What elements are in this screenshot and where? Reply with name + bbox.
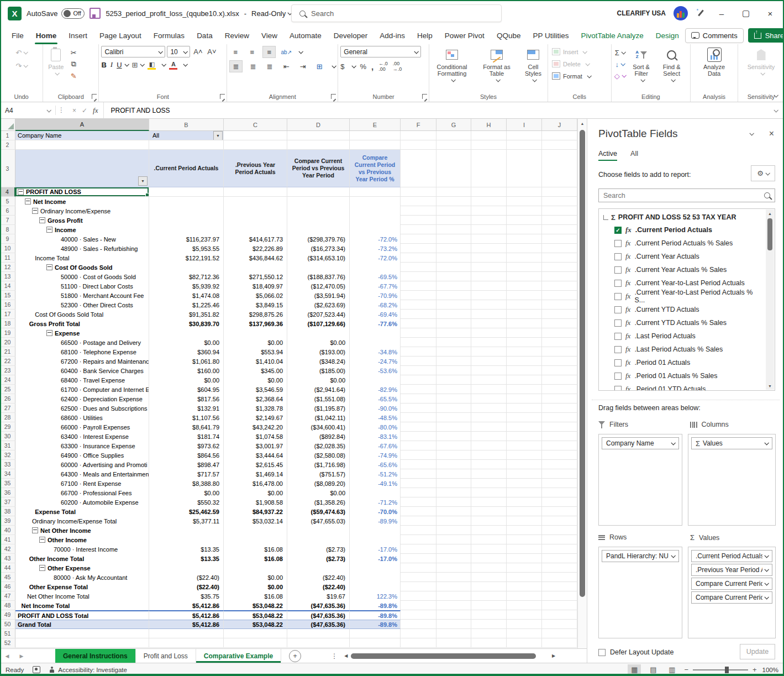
cell[interactable]: $3,546.59 bbox=[224, 385, 287, 394]
cell[interactable] bbox=[542, 244, 577, 253]
cell[interactable] bbox=[401, 460, 436, 469]
cell[interactable] bbox=[542, 366, 577, 375]
collapse-icon[interactable] bbox=[32, 527, 38, 533]
cell[interactable] bbox=[401, 488, 436, 497]
cell[interactable]: $1,107.56 bbox=[149, 413, 224, 422]
cell[interactable] bbox=[287, 225, 350, 234]
cell[interactable]: -48.5% bbox=[350, 413, 401, 422]
cell[interactable] bbox=[507, 131, 542, 140]
cell[interactable]: Net Other Income Total bbox=[15, 591, 149, 601]
cell[interactable] bbox=[436, 263, 471, 272]
cell[interactable] bbox=[507, 206, 542, 216]
cell[interactable]: ($314,653.10) bbox=[287, 253, 350, 263]
field-chip[interactable]: Compare Current Perio... bbox=[691, 578, 772, 590]
field-item[interactable]: fx.Current Year Actuals bbox=[602, 250, 765, 263]
cell[interactable] bbox=[436, 300, 471, 310]
zoom-thumb[interactable] bbox=[725, 667, 729, 673]
cell[interactable] bbox=[436, 544, 471, 554]
cell[interactable]: ($59,474.63) bbox=[287, 507, 350, 516]
cell[interactable]: ($34,600.41) bbox=[287, 422, 350, 432]
cell[interactable] bbox=[350, 225, 401, 234]
cell[interactable]: 63300 · Insurance Expense bbox=[15, 441, 149, 450]
menu-tab-data[interactable]: Data bbox=[191, 27, 219, 44]
cell[interactable] bbox=[471, 140, 507, 150]
expand-formula-bar-icon[interactable] bbox=[774, 108, 778, 112]
field-checkbox[interactable] bbox=[614, 333, 622, 340]
row-header-5[interactable]: 5 bbox=[0, 197, 15, 206]
find-select-button[interactable]: Find & Select bbox=[657, 46, 687, 82]
cell[interactable]: -89.9% bbox=[350, 516, 401, 526]
cell[interactable] bbox=[436, 469, 471, 479]
autosave-control[interactable]: AutoSave Off bbox=[27, 8, 85, 19]
cell[interactable] bbox=[436, 272, 471, 281]
format-as-table-button[interactable]: Format as Table bbox=[478, 46, 515, 82]
share-button[interactable]: Share bbox=[748, 28, 784, 43]
cell[interactable] bbox=[507, 272, 542, 281]
cell[interactable] bbox=[15, 638, 149, 648]
cell[interactable] bbox=[542, 563, 577, 573]
menu-tab-power-pivot[interactable]: Power Pivot bbox=[439, 27, 491, 44]
cell[interactable]: 52300 · Other Direct Costs bbox=[15, 300, 149, 310]
menu-tab-file[interactable]: File bbox=[6, 27, 30, 44]
row-header-45[interactable]: 45 bbox=[0, 573, 15, 582]
borders-button[interactable]: ⊞ bbox=[132, 61, 138, 69]
field-item[interactable]: fx.Period 01 Actuals % Sales bbox=[602, 369, 765, 382]
field-checkbox[interactable] bbox=[614, 359, 622, 366]
cell[interactable] bbox=[401, 535, 436, 544]
cell[interactable]: $3,444.64 bbox=[224, 450, 287, 460]
field-checkbox[interactable] bbox=[614, 346, 622, 353]
cell[interactable] bbox=[507, 375, 542, 385]
cell[interactable]: $0.00 bbox=[224, 375, 287, 385]
cell[interactable] bbox=[287, 638, 350, 648]
cell[interactable] bbox=[436, 394, 471, 403]
cell[interactable] bbox=[350, 263, 401, 272]
cell[interactable] bbox=[507, 328, 542, 338]
cell[interactable]: ($193.00) bbox=[287, 347, 350, 357]
row-header-33[interactable]: 33 bbox=[0, 460, 15, 469]
cell[interactable] bbox=[149, 328, 224, 338]
cell[interactable]: 62500 · Dues and Subscriptions bbox=[15, 403, 149, 413]
cell[interactable] bbox=[436, 187, 471, 197]
row-header-1[interactable]: 1 bbox=[0, 131, 15, 140]
cell[interactable] bbox=[436, 338, 471, 347]
accessibility-status[interactable]: Accessibility: Investigate bbox=[49, 667, 127, 673]
cell[interactable]: ($348.24) bbox=[287, 357, 350, 366]
cell[interactable] bbox=[350, 638, 401, 648]
cell[interactable] bbox=[471, 310, 507, 319]
cell[interactable]: ($2,941.64) bbox=[287, 385, 350, 394]
field-chip[interactable]: Compare Current Perio... bbox=[691, 591, 772, 604]
cell[interactable] bbox=[507, 319, 542, 328]
row-header-36[interactable]: 36 bbox=[0, 488, 15, 497]
field-item[interactable]: fx.Period 01 Actuals bbox=[602, 356, 765, 369]
row-header-6[interactable]: 6 bbox=[0, 206, 15, 216]
cell[interactable]: $1,474.08 bbox=[149, 291, 224, 300]
cell[interactable] bbox=[401, 497, 436, 507]
row-header-10[interactable]: 10 bbox=[0, 244, 15, 253]
cell[interactable] bbox=[436, 319, 471, 328]
field-chip[interactable]: .Previous Year Period A... bbox=[691, 564, 772, 576]
cell[interactable] bbox=[471, 150, 507, 187]
cell[interactable]: ($2.73) bbox=[287, 554, 350, 563]
cell[interactable] bbox=[350, 582, 401, 591]
cell[interactable] bbox=[149, 263, 224, 272]
cell[interactable] bbox=[401, 403, 436, 413]
scroll-right-icon[interactable]: ▶ bbox=[552, 653, 555, 658]
fill-button[interactable]: ↓ bbox=[614, 59, 626, 70]
menu-tab-developer[interactable]: Developer bbox=[328, 27, 374, 44]
cell[interactable] bbox=[436, 620, 471, 629]
avatar[interactable] bbox=[673, 6, 688, 20]
cell[interactable]: $116,237.97 bbox=[149, 234, 224, 244]
cell[interactable]: 60000 · Advertising and Promoti bbox=[15, 460, 149, 469]
undo-button[interactable]: ↶ bbox=[15, 47, 28, 58]
row-header-48[interactable]: 48 bbox=[0, 601, 15, 610]
row-header-35[interactable]: 35 bbox=[0, 479, 15, 488]
column-header-C[interactable]: C bbox=[224, 119, 287, 131]
fields-scroll-thumb[interactable] bbox=[767, 218, 772, 250]
field-checkbox[interactable] bbox=[614, 240, 622, 247]
cell[interactable] bbox=[542, 497, 577, 507]
insert-function-icon[interactable]: fx bbox=[93, 106, 98, 115]
cell[interactable] bbox=[436, 197, 471, 206]
cell[interactable]: -49.1% bbox=[350, 479, 401, 488]
cell[interactable] bbox=[542, 357, 577, 366]
cell[interactable] bbox=[507, 610, 542, 620]
